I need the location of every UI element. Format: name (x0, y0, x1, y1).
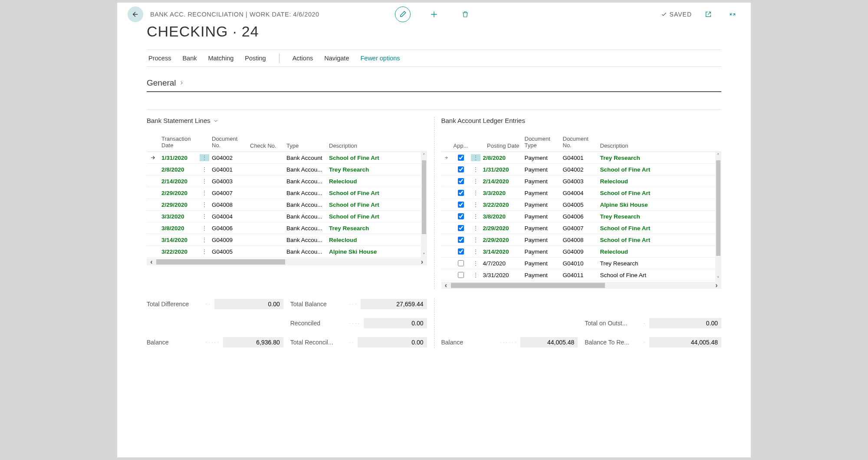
cell-applied-checkbox[interactable] (451, 190, 471, 196)
check-icon (661, 11, 667, 17)
ledger-entry-row[interactable]: ⋮ 2/8/2020 Payment G04001 Trey Research (441, 152, 722, 164)
cell-applied-checkbox[interactable] (451, 272, 471, 278)
bank-account-ledger-entries-header: Bank Account Ledger Entries (441, 117, 722, 124)
row-more-button[interactable]: ⋮ (471, 201, 480, 208)
delete-button[interactable] (457, 7, 473, 22)
col-document-type[interactable]: Document Type (522, 136, 560, 149)
col-transaction-date[interactable]: Transaction Date (159, 136, 200, 149)
row-more-button[interactable]: ⋮ (471, 189, 480, 196)
row-more-button[interactable]: ⋮ (200, 201, 209, 208)
cell-applied-checkbox[interactable] (451, 166, 471, 172)
row-more-button[interactable]: ⋮ (471, 236, 480, 243)
left-vertical-scrollbar[interactable]: ˄ ˅ (421, 152, 427, 259)
col-document-no[interactable]: Document No. (209, 136, 247, 149)
cell-applied-checkbox[interactable] (451, 237, 471, 243)
cell-description: School of Fine Art (598, 225, 714, 232)
cell-posting-date: 3/3/2020 (480, 190, 522, 196)
statement-line-row[interactable]: 1/31/2020 ⋮ G04002 Bank Account School o… (147, 152, 427, 164)
col-type[interactable]: Type (284, 142, 326, 149)
menu-navigate[interactable]: Navigate (324, 55, 349, 62)
row-more-button[interactable]: ⋮ (200, 178, 209, 185)
statement-line-row[interactable]: 3/3/2020 ⋮ G04004 Bank Accou... School o… (147, 211, 427, 222)
cell-applied-checkbox[interactable] (451, 155, 471, 161)
menu-fewer-options[interactable]: Fewer options (360, 55, 400, 62)
balance-left-label: Balance (147, 339, 203, 346)
row-more-button[interactable]: ⋮ (471, 271, 480, 278)
cell-applied-checkbox[interactable] (451, 202, 471, 208)
right-horizontal-scrollbar[interactable]: ‹ › (441, 282, 722, 289)
cell-applied-checkbox[interactable] (451, 248, 471, 255)
row-more-button[interactable]: ⋮ (471, 248, 480, 255)
cell-applied-checkbox[interactable] (451, 178, 471, 184)
cell-document-no: G04009 (560, 248, 598, 255)
cell-applied-checkbox[interactable] (451, 260, 471, 266)
menu-process[interactable]: Process (148, 55, 171, 62)
right-vertical-scrollbar[interactable]: ˄ ˅ (715, 152, 721, 282)
cell-document-no: G04005 (560, 202, 598, 208)
statement-line-row[interactable]: 3/8/2020 ⋮ G04006 Bank Accou... Trey Res… (147, 222, 427, 234)
ledger-entry-row[interactable]: ⋮ 3/22/2020 Payment G04005 Alpine Ski Ho… (441, 199, 722, 211)
edit-button[interactable] (395, 7, 411, 22)
cell-document-no: G04003 (209, 178, 247, 185)
col-description-right[interactable]: Description (598, 142, 714, 149)
ledger-entry-row[interactable]: ⋮ 2/14/2020 Payment G04003 Relecloud (441, 175, 722, 187)
collapse-button[interactable] (725, 7, 740, 22)
back-button[interactable] (128, 7, 143, 22)
row-more-button[interactable]: ⋮ (471, 213, 480, 220)
statement-line-row[interactable]: 2/29/2020 ⋮ G04007 Bank Accou... School … (147, 187, 427, 199)
row-more-button[interactable]: ⋮ (200, 166, 209, 173)
row-more-button[interactable]: ⋮ (200, 236, 209, 243)
bank-statement-lines-header[interactable]: Bank Statement Lines (147, 117, 427, 124)
col-posting-date[interactable]: Posting Date (480, 142, 522, 149)
statement-line-row[interactable]: 3/22/2020 ⋮ G04005 Bank Accou... Alpine … (147, 246, 427, 258)
row-more-button[interactable]: ⋮ (471, 154, 480, 161)
statement-line-row[interactable]: 2/14/2020 ⋮ G04003 Bank Accou... Releclo… (147, 175, 427, 187)
row-more-button[interactable]: ⋮ (471, 260, 480, 267)
menu-actions[interactable]: Actions (293, 55, 313, 62)
ledger-entry-row[interactable]: ⋮ 2/29/2020 Payment G04008 School of Fin… (441, 234, 722, 246)
row-more-button[interactable]: ⋮ (200, 213, 209, 220)
col-check-no[interactable]: Check No. (247, 142, 284, 149)
cell-applied-checkbox[interactable] (451, 213, 471, 219)
col-document-no-right[interactable]: Document No. (560, 136, 598, 149)
menu-bank[interactable]: Bank (182, 55, 197, 62)
row-more-button[interactable]: ⋮ (200, 154, 209, 161)
ledger-entry-row[interactable]: ⋮ 1/31/2020 Payment G04002 School of Fin… (441, 164, 722, 175)
menu-posting[interactable]: Posting (245, 55, 266, 62)
new-button[interactable] (426, 7, 442, 22)
total-balance-value: 27,659.44 (361, 299, 427, 309)
cell-posting-date: 1/31/2020 (480, 166, 522, 173)
left-horizontal-scrollbar[interactable]: ‹ › (147, 258, 427, 265)
cell-type: Bank Account (284, 155, 326, 161)
cell-description: School of Fine Art (598, 190, 714, 196)
cell-document-type: Payment (522, 166, 560, 173)
ledger-entry-row[interactable]: ⋮ 3/31/2020 Payment G04011 School of Fin… (441, 269, 722, 281)
cell-type: Bank Accou... (284, 248, 326, 255)
ledger-entry-row[interactable]: ⋮ 3/8/2020 Payment G04006 Trey Research (441, 211, 722, 222)
page-title: CHECKING · 24 (117, 22, 751, 40)
general-section-header[interactable]: General (147, 78, 721, 92)
ledger-entry-row[interactable]: ⋮ 3/14/2020 Payment G04009 Relecloud (441, 246, 722, 258)
statement-line-row[interactable]: 3/14/2020 ⋮ G04009 Bank Accou... Releclo… (147, 234, 427, 246)
row-more-button[interactable]: ⋮ (200, 225, 209, 232)
balance-to-re-value: 44,005.48 (649, 337, 721, 347)
cell-description: Relecloud (598, 248, 714, 255)
ledger-entry-row[interactable]: ⋮ 3/3/2020 Payment G04004 School of Fine… (441, 187, 722, 199)
col-applied[interactable]: App... (451, 142, 471, 149)
row-more-button[interactable]: ⋮ (471, 225, 480, 232)
popout-button[interactable] (700, 7, 716, 22)
ledger-entry-row[interactable]: ⋮ 4/7/2020 Payment G04010 Trey Research (441, 258, 722, 269)
statement-line-row[interactable]: 2/8/2020 ⋮ G04001 Bank Accou... Trey Res… (147, 164, 427, 175)
row-more-button[interactable]: ⋮ (471, 178, 480, 185)
cell-applied-checkbox[interactable] (451, 225, 471, 231)
row-more-button[interactable]: ⋮ (200, 248, 209, 255)
cell-transaction-date: 3/3/2020 (159, 213, 200, 220)
statement-line-row[interactable]: 2/29/2020 ⋮ G04008 Bank Accou... School … (147, 199, 427, 211)
cell-type: Bank Accou... (284, 213, 326, 220)
cell-description: Trey Research (326, 225, 419, 232)
ledger-entry-row[interactable]: ⋮ 2/29/2020 Payment G04007 School of Fin… (441, 222, 722, 234)
row-more-button[interactable]: ⋮ (471, 166, 480, 173)
menu-matching[interactable]: Matching (208, 55, 233, 62)
col-description[interactable]: Description (326, 142, 419, 149)
row-more-button[interactable]: ⋮ (200, 189, 209, 196)
